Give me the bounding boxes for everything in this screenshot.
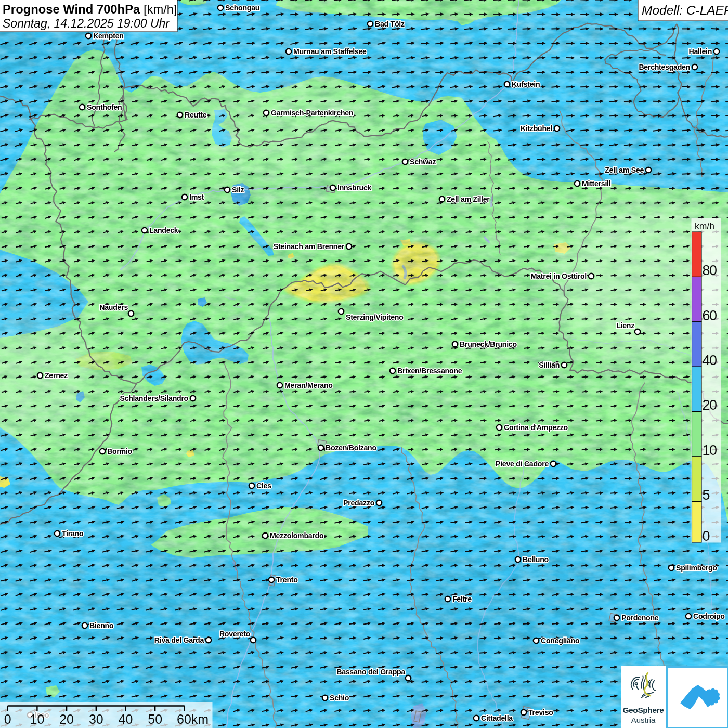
svg-text:GeoSphere: GeoSphere bbox=[622, 706, 664, 714]
svg-text:Riva del Garda: Riva del Garda bbox=[154, 636, 204, 644]
svg-text:60: 60 bbox=[703, 308, 717, 323]
svg-text:Bienno: Bienno bbox=[89, 621, 114, 630]
svg-text:km/h: km/h bbox=[695, 221, 714, 231]
svg-text:Bruneck/Brunico: Bruneck/Brunico bbox=[460, 340, 517, 348]
svg-text:Zernez: Zernez bbox=[45, 371, 68, 380]
svg-text:0: 0 bbox=[703, 528, 710, 544]
svg-text:30: 30 bbox=[89, 712, 103, 726]
svg-text:Trento: Trento bbox=[276, 576, 298, 584]
svg-text:Codroipo: Codroipo bbox=[693, 612, 725, 620]
svg-text:Meran/Merano: Meran/Merano bbox=[284, 381, 333, 389]
svg-text:Bassano del Grappa: Bassano del Grappa bbox=[336, 668, 405, 676]
svg-text:Spilimbergo: Spilimbergo bbox=[676, 564, 717, 572]
svg-text:Innsbruck: Innsbruck bbox=[337, 184, 372, 192]
svg-text:Imst: Imst bbox=[189, 193, 204, 201]
svg-text:5: 5 bbox=[703, 487, 710, 503]
svg-text:Schlanders/Silandro: Schlanders/Silandro bbox=[120, 394, 189, 402]
svg-text:Prognose Wind 700hPa [km/h]: Prognose Wind 700hPa [km/h] bbox=[3, 2, 177, 16]
svg-text:Hallein: Hallein bbox=[689, 47, 712, 56]
svg-text:Kufstein: Kufstein bbox=[512, 80, 540, 88]
svg-text:Mezzolombardo: Mezzolombardo bbox=[270, 531, 324, 540]
svg-text:Sillian: Sillian bbox=[539, 361, 560, 369]
svg-text:Feltre: Feltre bbox=[452, 595, 472, 603]
svg-text:Predazzo: Predazzo bbox=[343, 499, 375, 507]
svg-text:Modell: C-LAEF: Modell: C-LAEF bbox=[642, 3, 728, 17]
svg-text:Mittersill: Mittersill bbox=[582, 179, 610, 188]
svg-text:Schongau: Schongau bbox=[225, 4, 259, 12]
svg-text:Pieve di Cadore: Pieve di Cadore bbox=[496, 460, 549, 468]
svg-text:20: 20 bbox=[703, 397, 717, 413]
svg-text:60km: 60km bbox=[177, 712, 209, 726]
svg-text:Zell am See: Zell am See bbox=[605, 166, 644, 174]
svg-text:Bormio: Bormio bbox=[107, 447, 132, 456]
svg-text:Landeck: Landeck bbox=[149, 226, 178, 235]
svg-text:Kempten: Kempten bbox=[93, 32, 124, 40]
svg-text:Nauders: Nauders bbox=[99, 303, 128, 311]
svg-text:Garmisch-Partenkirchen: Garmisch-Partenkirchen bbox=[271, 109, 353, 117]
svg-text:Austria: Austria bbox=[631, 716, 656, 724]
svg-text:Sonntag, 14.12.2025 19:00 Uhr: Sonntag, 14.12.2025 19:00 Uhr bbox=[3, 17, 170, 30]
svg-text:Conegliano: Conegliano bbox=[541, 636, 580, 645]
svg-text:Sonthofen: Sonthofen bbox=[87, 103, 122, 111]
svg-text:50: 50 bbox=[148, 712, 162, 726]
svg-text:Treviso: Treviso bbox=[528, 708, 553, 717]
svg-text:Steinach am Brenner: Steinach am Brenner bbox=[274, 242, 345, 251]
svg-text:Bad Tölz: Bad Tölz bbox=[375, 20, 405, 28]
svg-text:10: 10 bbox=[30, 712, 44, 726]
svg-text:Schio: Schio bbox=[330, 694, 349, 702]
svg-text:40: 40 bbox=[703, 353, 717, 368]
svg-text:Sterzing/Vipiteno: Sterzing/Vipiteno bbox=[346, 313, 404, 321]
svg-text:Pordenone: Pordenone bbox=[621, 614, 659, 622]
svg-text:80: 80 bbox=[703, 263, 717, 278]
svg-text:Cittadella: Cittadella bbox=[481, 714, 513, 722]
svg-text:Schwaz: Schwaz bbox=[410, 158, 436, 166]
svg-text:40: 40 bbox=[119, 712, 133, 726]
svg-text:0: 0 bbox=[4, 712, 11, 726]
svg-text:Murnau am Staffelsee: Murnau am Staffelsee bbox=[293, 47, 367, 56]
svg-text:Cortina d'Ampezzo: Cortina d'Ampezzo bbox=[504, 423, 568, 432]
svg-text:Tirano: Tirano bbox=[62, 529, 84, 538]
svg-text:Brixen/Bressanone: Brixen/Bressanone bbox=[397, 367, 462, 375]
svg-text:Belluno: Belluno bbox=[523, 555, 549, 564]
svg-text:Bozen/Bolzano: Bozen/Bolzano bbox=[326, 444, 376, 452]
svg-text:Berchtesgaden: Berchtesgaden bbox=[639, 63, 690, 71]
svg-text:10: 10 bbox=[703, 443, 717, 458]
svg-text:Zell am Ziller: Zell am Ziller bbox=[447, 195, 490, 203]
svg-text:Kitzbühel: Kitzbühel bbox=[521, 124, 552, 133]
svg-text:Silz: Silz bbox=[232, 186, 244, 194]
svg-text:Reutte: Reutte bbox=[185, 111, 207, 119]
svg-text:20: 20 bbox=[59, 712, 74, 726]
svg-text:Cles: Cles bbox=[256, 482, 271, 490]
svg-text:Rovereto: Rovereto bbox=[219, 630, 251, 638]
svg-text:Matrei in Osttirol: Matrei in Osttirol bbox=[531, 272, 587, 280]
svg-text:Lienz: Lienz bbox=[616, 321, 634, 330]
